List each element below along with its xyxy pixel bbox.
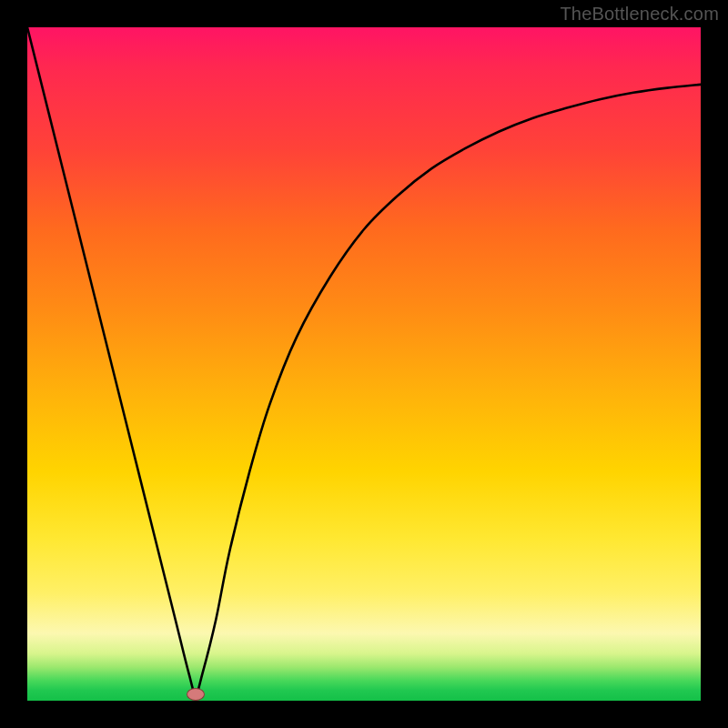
chart-frame: TheBottleneck.com	[0, 0, 728, 728]
optimal-marker	[187, 688, 205, 701]
watermark-text: TheBottleneck.com	[560, 4, 719, 25]
bottleneck-curve	[27, 27, 701, 701]
plot-area	[27, 27, 701, 701]
